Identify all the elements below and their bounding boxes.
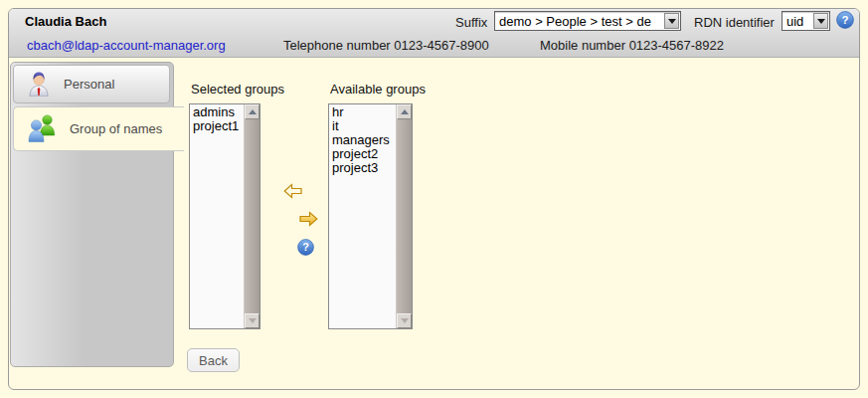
available-groups-label: Available groups	[330, 82, 426, 97]
triangle-down-icon	[668, 19, 676, 24]
rdn-identifier-select[interactable]: uid	[781, 11, 830, 31]
account-name: Claudia Bach	[25, 14, 106, 29]
scrollbar[interactable]	[396, 104, 412, 328]
list-option[interactable]: project1	[193, 119, 243, 133]
suffix-select-value: demo > People > test > de	[495, 14, 663, 29]
back-button[interactable]: Back	[187, 348, 240, 372]
tab-group-of-names[interactable]: Group of names	[13, 106, 184, 151]
dropdown-arrow-icon[interactable]	[664, 13, 679, 29]
list-option[interactable]: hr	[332, 105, 395, 119]
help-icon[interactable]: ?	[836, 11, 854, 29]
suffix-select[interactable]: demo > People > test > de	[494, 11, 681, 31]
account-container: Claudia Bach Suffix demo > People > test…	[8, 8, 860, 390]
list-option[interactable]: project2	[332, 147, 395, 161]
person-icon	[27, 70, 51, 100]
move-left-arrow-icon[interactable]	[283, 183, 302, 202]
scroll-thumb[interactable]	[397, 119, 412, 313]
group-icon	[27, 112, 57, 146]
scroll-up-button[interactable]	[245, 104, 260, 119]
available-groups-options: hritmanagersproject2project3	[329, 104, 395, 328]
list-option[interactable]: it	[332, 119, 395, 133]
svg-text:?: ?	[302, 241, 309, 253]
selected-groups-options: adminsproject1	[190, 104, 243, 328]
email-link[interactable]: cbach@ldap-account-manager.org	[27, 38, 226, 53]
account-header: Claudia Bach Suffix demo > People > test…	[9, 9, 859, 58]
available-groups-listbox[interactable]: hritmanagersproject2project3	[328, 103, 413, 329]
tab-label: Group of names	[70, 121, 162, 136]
triangle-down-icon	[817, 19, 825, 24]
list-option[interactable]: project3	[332, 161, 395, 175]
rdn-identifier-label: RDN identifier	[694, 15, 775, 30]
triangle-down-icon	[249, 318, 257, 323]
lam-account-edit-screen: Claudia Bach Suffix demo > People > test…	[0, 0, 868, 398]
scroll-up-button[interactable]	[397, 104, 412, 119]
triangle-up-icon	[401, 109, 409, 114]
list-option[interactable]: admins	[193, 105, 243, 119]
svg-text:?: ?	[841, 14, 848, 26]
tab-label: Personal	[64, 77, 114, 92]
move-right-arrow-icon[interactable]	[299, 211, 318, 230]
help-icon[interactable]: ?	[297, 239, 315, 257]
rdn-select-value: uid	[782, 14, 812, 29]
triangle-up-icon	[249, 109, 257, 114]
telephone-number: Telephone number 0123-4567-8900	[283, 38, 489, 53]
triangle-down-icon	[401, 318, 409, 323]
selected-groups-listbox[interactable]: adminsproject1	[189, 103, 260, 329]
scroll-down-button[interactable]	[245, 313, 260, 328]
mobile-number: Mobile number 0123-4567-8922	[540, 38, 724, 53]
list-option[interactable]: managers	[332, 133, 395, 147]
dropdown-arrow-icon[interactable]	[813, 13, 828, 29]
selected-groups-label: Selected groups	[191, 82, 284, 97]
suffix-label: Suffix	[455, 15, 487, 30]
scrollbar[interactable]	[244, 104, 260, 328]
scroll-thumb[interactable]	[245, 119, 260, 313]
scroll-down-button[interactable]	[397, 313, 412, 328]
tab-personal[interactable]: Personal	[13, 65, 170, 103]
